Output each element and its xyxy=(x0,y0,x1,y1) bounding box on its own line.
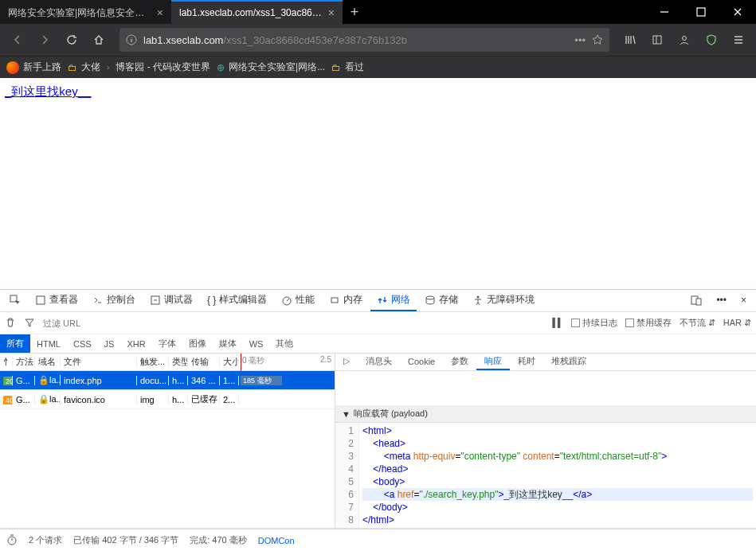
more-icon[interactable]: ••• xyxy=(574,34,586,46)
browser-tab-2[interactable]: lab1.xseclab.com/xss1_30ac8668 × xyxy=(171,0,343,24)
pick-element-icon[interactable] xyxy=(3,290,27,311)
tab-inspector[interactable]: 查看器 xyxy=(29,290,84,311)
type-img[interactable]: 图像 xyxy=(182,334,213,353)
bookmark-item[interactable]: 博客园 - 代码改变世界 xyxy=(116,61,210,74)
type-ws[interactable]: WS xyxy=(243,334,270,353)
timeline-header[interactable]: 0 毫秒 2.5 xyxy=(239,354,335,371)
minimize-button[interactable] xyxy=(646,0,683,24)
tab-debugger[interactable]: 调试器 xyxy=(143,290,199,311)
bookmark-star-icon[interactable] xyxy=(592,34,603,45)
shield-icon[interactable] xyxy=(700,29,723,51)
svg-rect-0 xyxy=(697,8,705,16)
throttle-select[interactable]: 不节流 ⇵ xyxy=(680,317,715,329)
svg-point-10 xyxy=(477,295,480,298)
home-button[interactable] xyxy=(88,29,110,51)
tab-style-editor[interactable]: { }样式编辑器 xyxy=(201,290,273,311)
devtools-panel: 查看器 控制台 调试器 { }样式编辑器 性能 内存 网络 存储 无障碍环境 •… xyxy=(0,289,756,528)
col-file[interactable]: 文件 xyxy=(61,356,137,368)
type-font[interactable]: 字体 xyxy=(152,334,182,353)
pause-icon[interactable]: ▌▌ xyxy=(552,318,562,328)
svg-rect-8 xyxy=(331,298,338,303)
reload-button[interactable] xyxy=(61,29,83,51)
close-icon[interactable]: × xyxy=(157,6,163,19)
tab-performance[interactable]: 性能 xyxy=(275,290,321,311)
bookmark-item[interactable]: ⊕网络安全实验室|网络... xyxy=(217,61,325,74)
maximize-button[interactable] xyxy=(683,0,719,24)
tab-cookie[interactable]: Cookie xyxy=(400,354,443,370)
devtools-main: 忄 方法 域名 文件 触发... 类型 传输 大小 0 毫秒 2.5 200 G… xyxy=(0,354,756,528)
bookmark-folder[interactable]: 🗀大佬 xyxy=(68,61,100,74)
type-media[interactable]: 媒体 xyxy=(213,334,243,353)
trash-icon[interactable] xyxy=(5,317,16,330)
col-size[interactable]: 大小 xyxy=(220,356,239,368)
table-row[interactable]: 404 G... 🔒la... favicon.ico img h... 已缓存… xyxy=(0,390,335,409)
tab-response[interactable]: 响应 xyxy=(476,354,510,370)
payload-header[interactable]: ▼响应载荷 (payload) xyxy=(335,405,756,423)
svg-rect-5 xyxy=(37,296,45,304)
tab-headers[interactable]: 消息头 xyxy=(358,354,400,370)
account-icon[interactable] xyxy=(673,29,695,51)
status-finish: 完成: 470 毫秒 xyxy=(190,534,247,546)
type-css[interactable]: CSS xyxy=(67,334,98,353)
col-type[interactable]: 类型 xyxy=(169,356,188,368)
tab-network[interactable]: 网络 xyxy=(370,290,417,311)
response-code[interactable]: 12345678 <html> <head> <meta http-equiv=… xyxy=(335,423,756,528)
request-type-filter: 所有 HTML CSS JS XHR 字体 图像 媒体 WS 其他 xyxy=(0,334,756,354)
type-js[interactable]: JS xyxy=(98,334,121,353)
address-bar[interactable]: lab1.xseclab.com/xss1_30ac8668cd453e7e38… xyxy=(119,28,609,52)
stopwatch-icon[interactable] xyxy=(6,534,18,547)
new-tab-button[interactable]: + xyxy=(343,0,366,24)
devtools-close-icon[interactable]: × xyxy=(734,290,753,311)
devtools-more-icon[interactable]: ••• xyxy=(710,290,733,311)
col-method[interactable]: 方法 xyxy=(13,356,35,368)
chevron-right-icon: › xyxy=(107,63,109,72)
filter-icon[interactable] xyxy=(24,317,35,330)
back-button[interactable] xyxy=(6,29,29,51)
col-cause[interactable]: 触发... xyxy=(137,356,169,368)
col-domain[interactable]: 域名 xyxy=(35,356,61,368)
table-body: 200 G... 🔒la... index.php docu... h... 3… xyxy=(0,371,335,528)
tab-timing[interactable]: 耗时 xyxy=(510,354,543,370)
col-transfer[interactable]: 传输 xyxy=(188,356,220,368)
type-other[interactable]: 其他 xyxy=(269,334,300,353)
status-requests: 2 个请求 xyxy=(29,534,62,546)
svg-rect-2 xyxy=(653,36,661,44)
back-icon[interactable]: ▷ xyxy=(335,354,358,370)
page-link[interactable]: _到这里找key__ xyxy=(5,84,91,98)
close-icon[interactable]: × xyxy=(328,6,335,19)
browser-toolbar: lab1.xseclab.com/xss1_30ac8668cd453e7e38… xyxy=(0,24,756,56)
bookmark-folder[interactable]: 🗀看过 xyxy=(331,61,364,74)
folder-icon: 🗀 xyxy=(68,62,77,73)
browser-tab-1[interactable]: 网络安全实验室|网络信息安全攻防 × xyxy=(0,0,171,24)
close-window-button[interactable] xyxy=(719,0,756,24)
folder-icon: 🗀 xyxy=(331,62,341,73)
type-all[interactable]: 所有 xyxy=(0,334,30,353)
tab-params[interactable]: 参数 xyxy=(443,354,476,370)
menu-icon[interactable] xyxy=(727,29,750,51)
svg-rect-12 xyxy=(696,299,701,305)
forward-button[interactable] xyxy=(33,29,56,51)
code-area[interactable]: <html> <head> <meta http-equiv="content-… xyxy=(359,423,756,528)
tab-memory[interactable]: 内存 xyxy=(323,290,369,311)
responsive-icon[interactable] xyxy=(684,290,708,311)
type-xhr[interactable]: XHR xyxy=(120,334,151,353)
filter-input[interactable] xyxy=(43,318,202,328)
tab-accessibility[interactable]: 无障碍环境 xyxy=(466,290,541,311)
tab-stack[interactable]: 堆栈跟踪 xyxy=(543,354,594,370)
tab-title: lab1.xseclab.com/xss1_30ac8668 xyxy=(179,7,322,18)
har-menu[interactable]: HAR ⇵ xyxy=(723,318,751,328)
tab-storage[interactable]: 存储 xyxy=(418,290,464,311)
browser-tabs: 网络安全实验室|网络信息安全攻防 × lab1.xseclab.com/xss1… xyxy=(0,0,646,24)
tab-console[interactable]: 控制台 xyxy=(86,290,142,311)
bookmark-item[interactable]: 新手上路 xyxy=(6,61,61,74)
devtools-status-bar: 2 个请求 已传输 402 字节 / 346 字节 完成: 470 毫秒 DOM… xyxy=(0,528,756,551)
detail-tabs: ▷ 消息头 Cookie 参数 响应 耗时 堆栈跟踪 xyxy=(335,354,756,371)
type-html[interactable]: HTML xyxy=(30,334,67,353)
bookmarks-bar: 新手上路 🗀大佬 › 博客园 - 代码改变世界 ⊕网络安全实验室|网络... 🗀… xyxy=(0,56,756,78)
col-status[interactable]: 忄 xyxy=(0,356,13,368)
library-icon[interactable] xyxy=(619,29,641,51)
disable-cache-checkbox[interactable]: 禁用缓存 xyxy=(625,317,672,329)
table-row[interactable]: 200 G... 🔒la... index.php docu... h... 3… xyxy=(0,371,335,390)
sidebar-icon[interactable] xyxy=(646,29,668,51)
persist-log-checkbox[interactable]: 持续日志 xyxy=(571,317,617,329)
